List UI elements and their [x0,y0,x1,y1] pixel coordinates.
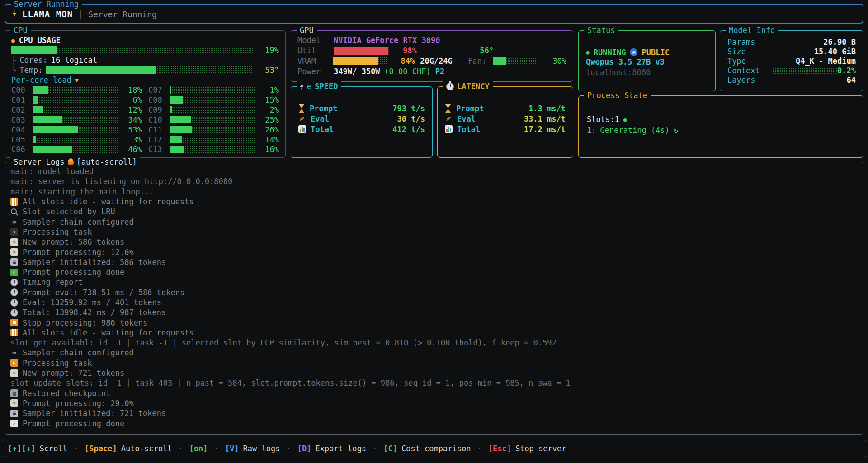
lightning-icon [300,83,304,90]
metric-row: Eval33.1 ms/t [445,113,566,124]
log-line: Slot selected by LRU [10,207,858,217]
log-text: All slots idle - waiting for requests [23,328,194,337]
core-column-left: C0018%C016%C0212%C0334%C0453%C053%C0646% [11,85,142,155]
metric-value: 412 t/s [392,125,425,134]
core-id: C12 [148,135,166,144]
metric-value: 17.2 ms/t [524,125,566,134]
core-load-bar [33,136,118,143]
core-id: C07 [148,85,166,94]
gpu-model-value: NVIDIA GeForce RTX 3090 [334,36,440,45]
collapse-triangle-icon[interactable]: ▼ [75,77,79,84]
core-load-bar [170,116,255,123]
abacus-icon [10,258,18,266]
link-icon [10,349,18,357]
log-text: slot update_slots: id 1 | task 403 | n_p… [10,378,570,387]
core-id: C03 [11,115,29,124]
log-line: Timing report [10,277,858,287]
latency-panel-title: LATENCY [443,81,493,91]
temp-label: Temp: [19,66,42,75]
memo-icon [10,369,18,377]
hotkey-raw-logs[interactable]: [V]Raw logs [225,444,280,453]
core-id: C06 [11,145,29,154]
core-load-bar [170,86,255,94]
cpu-cores-row: ├ Cores: 16 logical [11,55,279,65]
memo-icon [10,399,18,407]
log-line: Sampler initialized: 586 tokens [10,257,858,267]
hourglass-icon [298,104,305,113]
core-load-bar [170,126,255,133]
hotkey-key: [↑][↓] [8,444,35,453]
autoscroll-badge: [auto-scroll] [77,157,137,167]
log-line: Sampler chain configured [10,348,858,358]
metric-label: Eval [457,114,519,123]
log-text: All slots idle - waiting for requests [23,197,194,206]
statusbar-separator: · [286,444,291,453]
core-column-right: C071%C0815%C092%C1025%C1126%C1214%C1316% [148,85,279,155]
gpu-fan-label: Fan: [468,57,493,66]
log-line: Restored checkpoint [10,388,858,398]
gpu-panel-title: GPU [297,25,317,35]
fire-icon [68,158,74,165]
latency-metrics: Prompt1.3 ms/tEval33.1 ms/tTotal17.2 ms/… [438,87,573,134]
log-text: Sampler chain configured [23,348,134,357]
hotkey-export-logs[interactable]: [D]Export logs [297,444,366,453]
log-text: main: model loaded [10,167,94,176]
log-text: Prompt eval: 738.51 ms / 586 tokens [23,288,184,297]
stop-icon [10,319,18,326]
log-line: Prompt eval: 738.51 ms / 586 tokens [10,288,858,298]
status-panel: Status ● RUNNING PUBLIC Qwopus 3.5 27B v… [578,30,716,91]
model-info-row: Layers64 [727,75,856,85]
titlebar-divider: | [78,9,83,19]
cpu-usage-header: ● CPU USAGE [11,35,279,45]
status-panel-title: Status [584,25,618,35]
core-id: C10 [148,115,166,124]
log-line: Total: 13998.42 ms / 987 tokens [10,307,858,317]
core-id: C00 [11,85,29,94]
slot-state-text: Generating (4s) [600,126,670,135]
hotkey-autoscroll-state[interactable]: [on] [189,444,208,453]
core-load-value: 46% [122,145,142,154]
slots-row: Slots:1 ● [587,114,855,125]
core-row: C053% [11,135,142,145]
hotkey-key: [C] [383,444,397,453]
model-info-value: 26.90 B [823,38,856,47]
hotkey-label: Cost comparison [401,444,471,453]
hotkey-label: Raw logs [243,444,280,453]
core-load-value: 16% [259,145,279,154]
latency-panel: LATENCY Prompt1.3 ms/tEval33.1 ms/tTotal… [437,86,573,158]
log-line: All slots idle - waiting for requests [10,328,858,338]
metric-row: Prompt793 t/s [298,103,425,113]
model-info-title: Model Info [726,25,778,35]
metric-value: 30 t/s [397,114,425,123]
pencil-icon [298,115,306,123]
hotkey-key: [Esc] [488,444,511,453]
core-id: C04 [11,125,29,134]
log-line: main: model loaded [10,166,858,176]
model-info-value: 0.2% [837,66,856,75]
core-load-value: 25% [259,115,279,124]
hotkey-auto-scroll[interactable]: [Space]Auto-scroll [85,444,172,453]
percore-header: Per-core load ▼ [11,75,279,85]
logs-viewport[interactable]: main: model loadedmain: server is listen… [5,162,863,430]
status-model-name: Qwopus 3.5 27B v3 [586,57,708,68]
hotkey-cost-comparison[interactable]: [C]Cost comparison [383,444,471,453]
statusbar-separator: · [477,444,481,453]
gpu-model-row: Model NVIDIA GeForce RTX 3090 [297,35,566,45]
metric-label: Prompt [456,104,524,113]
hotkey-stop-server[interactable]: [Esc]Stop server [488,444,566,453]
log-text: Sampler chain configured [23,217,134,227]
dashboard-top-row: CPU ● CPU USAGE 19% ├ Cores: 16 logical … [5,30,863,158]
core-id: C08 [148,95,166,104]
hotkey-scroll[interactable]: [↑][↓]Scroll [8,444,67,453]
metric-value: 793 t/s [392,104,425,113]
log-line: Prompt processing done [10,418,858,428]
core-load-value: 12% [122,105,142,114]
hotkey-label: Export logs [315,444,366,453]
core-load-bar [170,106,255,113]
hotkey-label: Auto-scroll [121,444,172,453]
slot-number: 1: [587,126,596,135]
clock-icon [10,288,18,296]
model-info-row: Params26.90 B [727,37,856,47]
log-text: Prompt processing: 29.0% [23,399,134,408]
model-info-panel: Model Info Params26.90 BSize15.40 GiBTyp… [720,30,863,91]
